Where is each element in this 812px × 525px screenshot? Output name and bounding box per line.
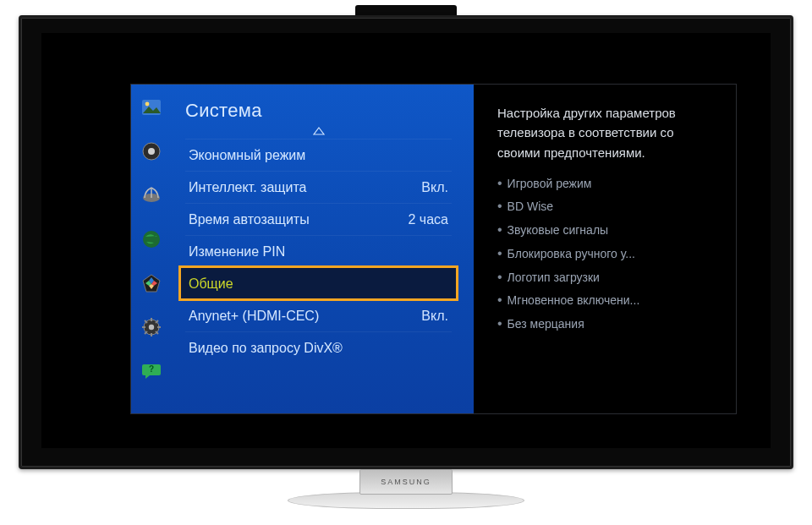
menu-card: Система Экономный режим Интеллект. защит… <box>130 84 737 414</box>
help-list-item: BD Wise <box>497 195 714 219</box>
help-list-item: Игровой режим <box>497 172 714 196</box>
help-list-text: Без мерцания <box>508 315 584 334</box>
help-list-text: Блокировка ручного у... <box>508 245 635 264</box>
sidebar-icon-rail: ? <box>134 96 168 383</box>
tv-brand-label: SAMSUNG <box>381 478 431 486</box>
sound-icon[interactable] <box>140 139 163 163</box>
network-icon[interactable] <box>140 183 163 207</box>
help-list-text: BD Wise <box>508 198 553 216</box>
svg-point-3 <box>148 148 155 155</box>
svg-point-6 <box>143 231 160 248</box>
menu-item-label: Экономный режим <box>189 148 305 163</box>
menu-item-label: Anynet+ (HDMI-CEC) <box>189 309 319 324</box>
menu-item-value: Вкл. <box>421 180 448 195</box>
tv-frame: ? Система Экономный режим Интеллект. защ… <box>19 15 793 469</box>
svg-text:?: ? <box>149 364 154 374</box>
support-icon[interactable]: ? <box>140 359 163 383</box>
tv-screen: ? Система Экономный режим Интеллект. защ… <box>41 33 771 448</box>
menu-item-eco[interactable]: Экономный режим <box>185 139 452 171</box>
help-list-text: Логотип загрузки <box>508 269 600 287</box>
help-list-item: Звуковые сигналы <box>497 219 714 243</box>
menu-item-label: Интеллект. защита <box>189 180 306 195</box>
settings-panel-title: Система <box>185 100 452 122</box>
menu-item-anynet[interactable]: Anynet+ (HDMI-CEC) Вкл. <box>185 299 452 331</box>
help-list-item: Логотип загрузки <box>497 266 714 290</box>
help-list-item: Мгновенное включени... <box>497 289 714 313</box>
menu-item-change-pin[interactable]: Изменение PIN <box>185 235 452 267</box>
menu-item-value: Вкл. <box>421 309 448 324</box>
help-description: Настройка других параметров телевизора в… <box>497 103 714 162</box>
menu-item-value: 2 часа <box>409 212 448 227</box>
settings-panel: Система Экономный режим Интеллект. защит… <box>131 85 474 413</box>
menu-item-label: Время автозащиты <box>189 212 310 227</box>
help-list-text: Игровой режим <box>508 175 592 194</box>
help-list-text: Звуковые сигналы <box>508 221 609 240</box>
scroll-up-icon[interactable] <box>185 127 452 139</box>
menu-item-general[interactable]: Общие <box>180 267 457 299</box>
settings-icon[interactable] <box>140 315 163 339</box>
menu-item-autoprotect-time[interactable]: Время автозащиты 2 часа <box>185 203 452 235</box>
globe-icon[interactable] <box>140 227 163 251</box>
help-list-item: Блокировка ручного у... <box>497 243 714 266</box>
help-list-item: Без мерцания <box>497 313 714 336</box>
menu-item-label: Изменение PIN <box>189 244 285 260</box>
menu-item-label: Общие <box>189 276 233 292</box>
menu-item-label: Видео по запросу DivX® <box>189 341 343 356</box>
menu-item-divx[interactable]: Видео по запросу DivX® <box>185 331 452 364</box>
svg-point-13 <box>149 325 154 330</box>
tv-stand-neck: SAMSUNG <box>359 469 453 495</box>
svg-point-1 <box>145 102 150 107</box>
help-list: Игровой режим BD Wise Звуковые сигналы Б… <box>497 172 714 336</box>
picture-icon[interactable] <box>140 96 163 119</box>
help-panel: Настройка других параметров телевизора в… <box>474 85 736 413</box>
tv-stand-base <box>288 492 524 509</box>
smarthub-icon[interactable] <box>140 271 163 295</box>
menu-item-intellect-protect[interactable]: Интеллект. защита Вкл. <box>185 171 452 203</box>
help-list-text: Мгновенное включени... <box>508 292 640 310</box>
